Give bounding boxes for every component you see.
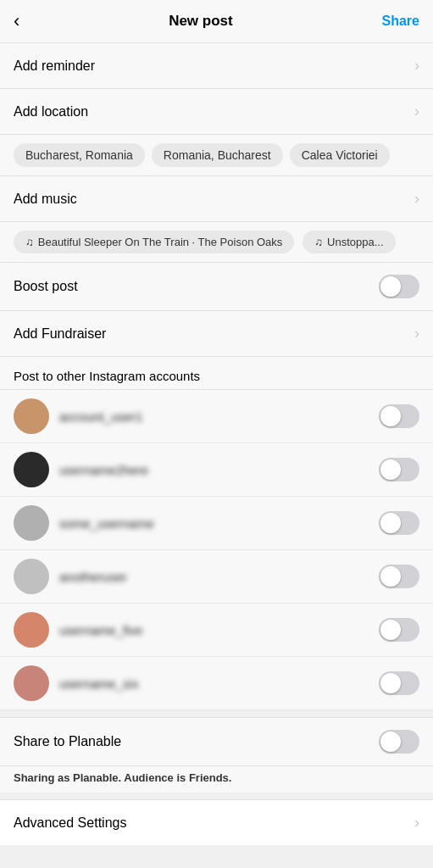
avatar-1 <box>14 398 49 434</box>
boost-post-toggle[interactable] <box>379 275 419 298</box>
account-name-2: username2here <box>59 463 369 477</box>
account-toggle-3[interactable] <box>379 511 419 535</box>
account-toggle-knob-6 <box>380 673 401 693</box>
location-tag-1[interactable]: Romania, Bucharest <box>152 143 283 167</box>
account-name-4: anotheruser <box>59 570 369 584</box>
post-to-other-label: Post to other Instagram accounts <box>14 369 200 383</box>
location-tag-0[interactable]: Bucharest, Romania <box>14 143 145 167</box>
account-toggle-2[interactable] <box>379 458 419 481</box>
add-fundraiser-row[interactable]: Add Fundraiser › <box>0 311 433 357</box>
post-to-other-header: Post to other Instagram accounts <box>0 357 433 390</box>
location-tags-row: Bucharest, Romania Romania, Bucharest Ca… <box>0 135 433 176</box>
advanced-settings-chevron-icon: › <box>414 814 419 832</box>
account-row-2: username2here <box>0 443 433 497</box>
advanced-settings-row[interactable]: Advanced Settings › <box>0 799 433 845</box>
sharing-as-prefix: Sharing as <box>14 771 73 784</box>
account-name-5: username_five <box>59 623 369 637</box>
share-to-planable-toggle[interactable] <box>379 730 419 754</box>
account-row-4: anotheruser <box>0 550 433 604</box>
music-chips-row: ♫ Beautiful Sleeper On The Train · The P… <box>0 222 433 263</box>
account-toggle-4[interactable] <box>379 565 419 588</box>
music-chip-1[interactable]: ♫ Unstoppa... <box>303 231 395 253</box>
share-to-planable-toggle-knob <box>380 732 401 752</box>
content-area: Add reminder › Add location › Bucharest,… <box>0 43 433 845</box>
audience-text: . Audience is <box>119 771 189 784</box>
period: . <box>229 771 232 784</box>
music-chip-0[interactable]: ♫ Beautiful Sleeper On The Train · The P… <box>14 231 294 253</box>
avatar-5 <box>14 612 49 648</box>
account-row-3: some_username <box>0 497 433 550</box>
share-button[interactable]: Share <box>382 14 419 29</box>
add-music-chevron-icon: › <box>414 190 419 208</box>
account-toggle-6[interactable] <box>379 671 419 695</box>
audience-value: Friends <box>189 771 229 784</box>
account-toggle-1[interactable] <box>379 404 419 428</box>
planable-name: Planable <box>73 771 118 784</box>
add-reminder-chevron-icon: › <box>414 57 419 75</box>
boost-post-toggle-knob <box>380 276 401 297</box>
avatar-3 <box>14 505 49 541</box>
add-music-label: Add music <box>14 192 77 207</box>
header: ‹ New post Share <box>0 0 433 43</box>
add-location-chevron-icon: › <box>414 103 419 120</box>
account-name-1: account_user1 <box>59 409 369 424</box>
account-row-6: username_six <box>0 657 433 710</box>
account-toggle-knob-1 <box>380 406 401 426</box>
add-location-label: Add location <box>14 104 88 120</box>
account-row-1: account_user1 <box>0 390 433 443</box>
share-to-planable-row: Share to Planable <box>0 717 433 766</box>
avatar-6 <box>14 665 49 701</box>
account-toggle-knob-5 <box>380 620 401 640</box>
planable-sharing-info: Sharing as Planable. Audience is Friends… <box>0 766 433 793</box>
back-button[interactable]: ‹ <box>14 12 19 31</box>
account-name-3: some_username <box>59 516 369 531</box>
avatar-2 <box>14 452 49 487</box>
account-toggle-5[interactable] <box>379 618 419 642</box>
music-note-icon-0: ♫ <box>25 236 34 248</box>
add-reminder-label: Add reminder <box>14 58 95 74</box>
account-row-5: username_five <box>0 604 433 657</box>
add-fundraiser-label: Add Fundraiser <box>14 326 106 342</box>
account-toggle-knob-4 <box>380 566 401 587</box>
music-chip-label-0: Beautiful Sleeper On The Train · The Poi… <box>38 236 283 248</box>
account-name-6: username_six <box>59 676 369 691</box>
account-toggle-knob-3 <box>380 513 401 533</box>
boost-post-label: Boost post <box>14 279 78 294</box>
avatar-4 <box>14 559 49 594</box>
add-location-row[interactable]: Add location › <box>0 89 433 135</box>
music-chip-label-1: Unstoppa... <box>327 236 384 248</box>
add-music-row[interactable]: Add music › <box>0 176 433 222</box>
share-to-planable-label: Share to Planable <box>14 734 121 749</box>
location-tag-2[interactable]: Calea Victoriei <box>290 143 390 167</box>
add-fundraiser-chevron-icon: › <box>414 325 419 342</box>
music-note-icon-1: ♫ <box>314 236 323 248</box>
advanced-settings-label: Advanced Settings <box>14 815 126 831</box>
add-reminder-row[interactable]: Add reminder › <box>0 43 433 89</box>
page-title: New post <box>169 13 233 30</box>
account-toggle-knob-2 <box>380 459 401 480</box>
boost-post-row: Boost post <box>0 263 433 311</box>
